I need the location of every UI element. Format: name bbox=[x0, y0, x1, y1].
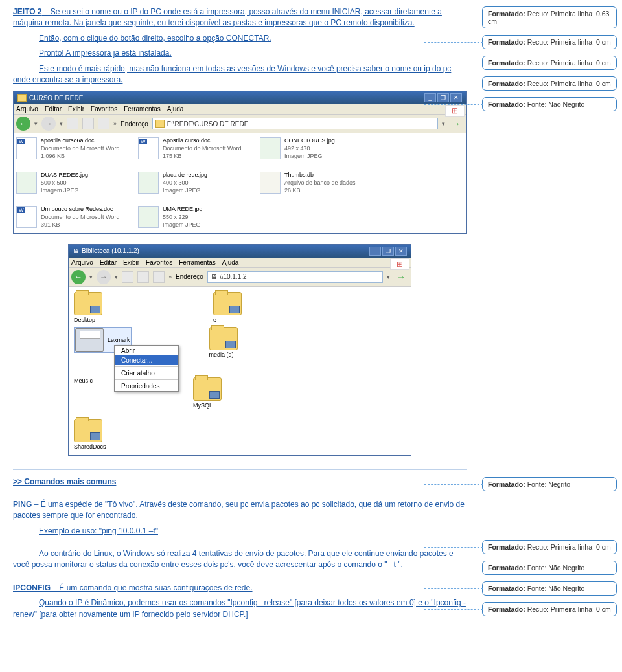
jpeg-icon bbox=[260, 137, 281, 159]
forward-button[interactable]: → bbox=[41, 117, 56, 131]
menu-arquivo[interactable]: Arquivo bbox=[16, 106, 38, 113]
comment-box: Formatado: Fonte: Negrito bbox=[482, 477, 617, 491]
file-item[interactable]: Thumbs.db Arquivo de banco de dados 26 K… bbox=[260, 172, 370, 194]
comment-box: Formatado: Fonte: Não Negrito bbox=[482, 97, 617, 111]
menu-favoritos[interactable]: Favoritos bbox=[91, 106, 117, 113]
ctx-propriedades[interactable]: Propriedades bbox=[115, 381, 178, 391]
para-jeito2: JEITO 2 – Se eu sei o nome ou o IP do PC… bbox=[13, 6, 466, 29]
word-icon bbox=[16, 137, 37, 159]
titlebar: 🖥 Biblioteca (10.1.1.2) _ ❐ ✕ bbox=[69, 245, 411, 258]
share-folder[interactable]: SharedDocs bbox=[74, 419, 135, 450]
up-icon[interactable] bbox=[122, 271, 133, 283]
ctx-abrir[interactable]: Abrir bbox=[115, 346, 178, 355]
connector-line bbox=[424, 104, 483, 105]
connector-line bbox=[424, 63, 483, 63]
file-item[interactable]: CONECTORES.jpg 492 x 470 Imagem JPEG bbox=[260, 137, 370, 160]
context-menu: Abrir Conectar... Criar atalho Proprieda… bbox=[114, 345, 179, 392]
back-button[interactable]: ← bbox=[71, 270, 86, 284]
menu-exibir[interactable]: Exibir bbox=[123, 259, 139, 266]
chevron-down-icon: ▾ bbox=[60, 120, 63, 127]
ping-label: PING bbox=[13, 500, 32, 509]
computer-icon: 🖥 bbox=[73, 247, 79, 254]
file-item[interactable]: Apostila curso.doc Documento do Microsof… bbox=[138, 137, 248, 160]
para-pronto: Pronto! A impressora já está instalada. bbox=[39, 48, 466, 59]
minimize-button[interactable]: _ bbox=[369, 247, 381, 256]
jpeg-icon bbox=[138, 172, 159, 194]
comandos-title: >> Comandos mais comuns bbox=[13, 476, 466, 487]
connector-line bbox=[424, 84, 483, 84]
comments-pane: Formatado: Recuo: Primeira linha: 0,63 c… bbox=[479, 0, 622, 637]
address-bar[interactable]: 🖥 \\10.1.1.2 bbox=[207, 271, 383, 283]
share-folder[interactable]: e bbox=[213, 292, 275, 323]
ping-exemplo: Exemplo de uso: "ping 10.0.0.1 –t" bbox=[39, 526, 466, 537]
connector-line bbox=[424, 42, 483, 43]
menu-exibir[interactable]: Exibir bbox=[68, 106, 84, 113]
printer-icon bbox=[75, 328, 104, 352]
search-icon[interactable] bbox=[137, 271, 149, 283]
shared-folder-icon bbox=[213, 292, 242, 315]
jpeg-icon bbox=[16, 172, 37, 194]
shared-folder-icon bbox=[74, 419, 102, 442]
windows-logo-icon bbox=[390, 258, 409, 270]
para-estemodo: Este modo é mais rápido, mas não funcion… bbox=[13, 63, 466, 86]
maximize-button[interactable]: ❐ bbox=[437, 93, 449, 102]
folder-icon bbox=[17, 94, 27, 102]
file-item[interactable]: DUAS REDES.jpg 500 x 500 Imagem JPEG bbox=[16, 172, 126, 194]
menubar: Arquivo Editar Exibir Favoritos Ferramen… bbox=[14, 104, 466, 115]
para-ping: PING – É uma espécie de "Tô vivo". Atrav… bbox=[13, 499, 466, 522]
share-folder[interactable]: media (d) bbox=[209, 327, 271, 358]
jeito2-text: – Se eu sei o nome ou o IP do PC onde es… bbox=[13, 7, 442, 27]
menu-editar[interactable]: Editar bbox=[45, 106, 62, 113]
close-button[interactable]: ✕ bbox=[395, 247, 407, 256]
word-icon bbox=[138, 137, 159, 159]
address-bar[interactable]: F:\REDE\CURSO DE REDE bbox=[152, 118, 438, 129]
folders-icon[interactable] bbox=[153, 271, 165, 283]
menu-ferramentas[interactable]: Ferramentas bbox=[124, 106, 161, 113]
menu-ferramentas[interactable]: Ferramentas bbox=[179, 259, 216, 266]
back-button[interactable]: ← bbox=[16, 117, 30, 131]
file-item[interactable]: apostila curso6a.doc Documento do Micros… bbox=[16, 137, 126, 160]
shared-folder-icon bbox=[209, 327, 238, 350]
close-button[interactable]: ✕ bbox=[450, 93, 462, 102]
explorer-window-curso: CURSO DE REDE _ ❐ ✕ Arquivo Editar Exibi… bbox=[13, 91, 466, 233]
share-area: Desktop e Lexmark Abrir bbox=[69, 287, 411, 455]
connector-line bbox=[424, 568, 483, 568]
address-label: Endereço bbox=[121, 120, 148, 128]
explorer-window-biblioteca: 🖥 Biblioteca (10.1.1.2) _ ❐ ✕ Arquivo Ed… bbox=[68, 244, 411, 456]
ctx-conectar[interactable]: Conectar... bbox=[115, 355, 178, 365]
chevron-down-icon: ▾ bbox=[34, 120, 38, 127]
comment-box: Formatado: Fonte: Não Negrito bbox=[482, 561, 617, 575]
share-folder[interactable]: MySQL bbox=[193, 377, 255, 409]
file-area: apostila curso6a.doc Documento do Micros… bbox=[14, 133, 466, 232]
comment-box: Formatado: Recuo: Primeira linha: 0 cm bbox=[482, 35, 617, 49]
file-item[interactable]: UMA REDE.jpg 550 x 229 Imagem JPEG bbox=[138, 206, 248, 229]
connector-line bbox=[424, 588, 483, 589]
address-text: F:\REDE\CURSO DE REDE bbox=[167, 120, 249, 128]
share-folder[interactable]: Desktop bbox=[74, 292, 135, 323]
menu-ajuda[interactable]: Ajuda bbox=[167, 106, 184, 113]
minimize-button[interactable]: _ bbox=[424, 93, 436, 102]
share-item-meus[interactable]: Meus c bbox=[74, 377, 93, 384]
forward-button[interactable]: → bbox=[97, 270, 111, 284]
menu-ajuda[interactable]: Ajuda bbox=[222, 259, 239, 266]
go-button[interactable]: → bbox=[452, 118, 461, 129]
ctx-criar-atalho[interactable]: Criar atalho bbox=[115, 368, 178, 378]
file-item[interactable]: placa de rede.jpg 400 x 300 Imagem JPEG bbox=[138, 172, 248, 194]
divider bbox=[13, 469, 466, 470]
go-button[interactable]: → bbox=[397, 272, 406, 282]
toolbar: ← ▾ → ▾ » Endereço 🖥 \\10.1.1.2 ▾ → bbox=[69, 268, 411, 287]
document-content: JEITO 2 – Se eu sei o nome ou o IP do PC… bbox=[0, 0, 479, 637]
ipconfig-label: IPCONFIG bbox=[13, 583, 51, 592]
menu-editar[interactable]: Editar bbox=[100, 259, 117, 266]
menu-favoritos[interactable]: Favoritos bbox=[146, 259, 172, 266]
maximize-button[interactable]: ❐ bbox=[382, 247, 394, 256]
titlebar: CURSO DE REDE _ ❐ ✕ bbox=[14, 91, 466, 104]
comment-box: Formatado: Recuo: Primeira linha: 0 cm bbox=[482, 540, 617, 554]
up-icon[interactable] bbox=[67, 118, 78, 129]
menu-arquivo[interactable]: Arquivo bbox=[71, 259, 93, 266]
search-icon[interactable] bbox=[82, 118, 94, 129]
folders-icon[interactable] bbox=[98, 118, 109, 129]
comment-box: Formatado: Recuo: Primeira linha: 0 cm bbox=[482, 76, 617, 91]
file-item[interactable]: Um pouco sobre Redes.doc Documento do Mi… bbox=[16, 206, 126, 229]
word-icon bbox=[16, 206, 37, 228]
